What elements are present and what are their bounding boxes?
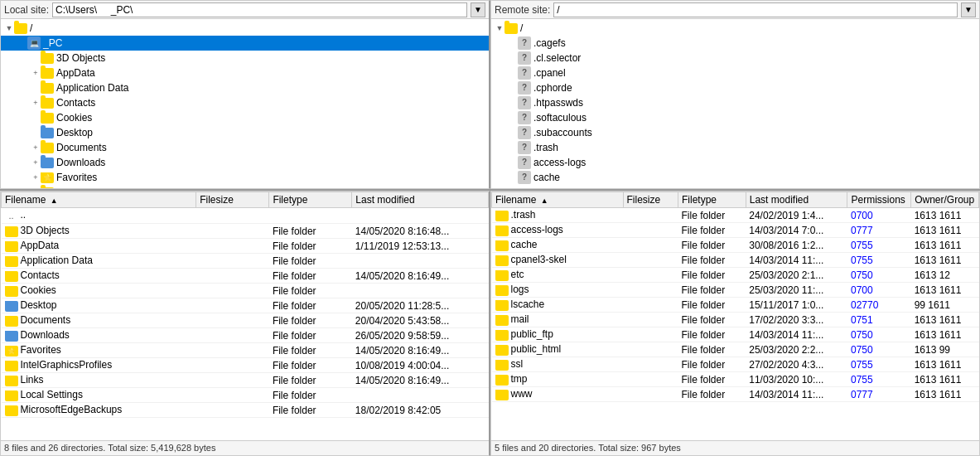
- col-header-owner[interactable]: Owner/Group: [911, 192, 979, 208]
- local-file-scroll[interactable]: Filename ▲ Filesize Filetype Last modifi…: [1, 192, 489, 440]
- table-row[interactable]: cache File folder 30/08/2016 1:2... 0755…: [492, 238, 979, 253]
- table-row[interactable]: etc File folder 25/03/2020 2:1... 0750 1…: [492, 268, 979, 283]
- file-size: [196, 343, 269, 358]
- remote-tree[interactable]: ▼ / ? .cagefs ? .cl.selector ? .: [491, 19, 979, 188]
- tree-item[interactable]: ? .cagefs: [491, 36, 979, 51]
- toggle-icon[interactable]: [31, 187, 41, 188]
- table-row[interactable]: lscache File folder 15/11/2017 1:0... 02…: [492, 298, 979, 313]
- remote-site-label: Remote site:: [495, 4, 550, 16]
- col-header-filetype[interactable]: Filetype: [678, 192, 746, 208]
- toggle-icon[interactable]: ▼: [495, 23, 504, 33]
- table-row[interactable]: Cookies File folder: [2, 284, 489, 298]
- toggle-icon[interactable]: [17, 38, 27, 48]
- toggle-icon[interactable]: +: [31, 172, 41, 182]
- table-row[interactable]: logs File folder 25/03/2020 11:... 0700 …: [492, 283, 979, 298]
- table-row[interactable]: Links File folder 14/05/2020 8:16:49...: [2, 373, 489, 388]
- table-row[interactable]: www File folder 14/03/2014 11:... 0777 1…: [492, 387, 979, 402]
- tree-item[interactable]: Cookies: [1, 110, 489, 125]
- table-row[interactable]: cpanel3-skel File folder 14/03/2014 11:.…: [492, 253, 979, 268]
- folder-icon: [41, 143, 54, 153]
- table-row[interactable]: AppData File folder 1/11/2019 12:53:13..…: [2, 239, 489, 254]
- file-type: File folder: [269, 328, 352, 343]
- tree-item[interactable]: ? cache: [491, 170, 979, 185]
- tree-item[interactable]: ? .cpanel: [491, 65, 979, 80]
- toggle-icon[interactable]: [508, 53, 518, 63]
- file-size: [623, 283, 678, 298]
- tree-item[interactable]: Application Data: [1, 80, 489, 95]
- file-type: File folder: [269, 298, 352, 313]
- toggle-icon[interactable]: [31, 53, 41, 63]
- tree-item[interactable]: ? .cphorde: [491, 80, 979, 95]
- local-tree[interactable]: ▼ / 💻 _PC 3D Objects + AppData: [1, 19, 489, 188]
- tree-item[interactable]: + Documents: [1, 140, 489, 155]
- table-row[interactable]: IntelGraphicsProfiles File folder 10/08/…: [2, 358, 489, 373]
- toggle-icon[interactable]: [31, 128, 41, 138]
- table-row[interactable]: Contacts File folder 14/05/2020 8:16:49.…: [2, 269, 489, 284]
- toggle-icon[interactable]: [508, 158, 518, 167]
- tree-item[interactable]: 3D Objects: [1, 51, 489, 65]
- col-header-permissions[interactable]: Permissions: [847, 192, 911, 208]
- local-path-dropdown[interactable]: ▼: [471, 2, 485, 17]
- remote-file-scroll[interactable]: Filename ▲ Filesize Filetype Last modifi…: [491, 192, 979, 440]
- tree-item[interactable]: IntelGraphicsProfiles: [1, 185, 489, 188]
- toggle-icon[interactable]: [31, 113, 41, 123]
- tree-item[interactable]: ▼ /: [1, 21, 489, 36]
- toggle-icon[interactable]: [508, 143, 518, 153]
- col-header-filesize[interactable]: Filesize: [623, 192, 678, 208]
- toggle-icon[interactable]: [508, 172, 518, 182]
- table-row[interactable]: ⭐Favorites File folder 14/05/2020 8:16:4…: [2, 343, 489, 358]
- toggle-icon[interactable]: +: [31, 158, 41, 167]
- table-row[interactable]: Local Settings File folder: [2, 388, 489, 403]
- toggle-icon[interactable]: ▼: [4, 23, 14, 33]
- tree-item[interactable]: ? .htpasswds: [491, 95, 979, 110]
- tree-item[interactable]: Desktop: [1, 125, 489, 140]
- table-row[interactable]: Documents File folder 20/04/2020 5:43:58…: [2, 313, 489, 328]
- tree-item[interactable]: ? .softaculous: [491, 110, 979, 125]
- tree-item[interactable]: ? access-logs: [491, 155, 979, 170]
- table-row[interactable]: access-logs File folder 14/03/2014 7:0..…: [492, 223, 979, 238]
- tree-item[interactable]: + Downloads: [1, 155, 489, 170]
- table-row[interactable]: 3D Objects File folder 14/05/2020 8:16:4…: [2, 224, 489, 239]
- tree-item[interactable]: ? .subaccounts: [491, 125, 979, 140]
- table-row[interactable]: Desktop File folder 20/05/2020 11:28:5..…: [2, 298, 489, 313]
- table-row[interactable]: mail File folder 17/02/2020 3:3... 0751 …: [492, 313, 979, 327]
- table-row[interactable]: ....: [2, 208, 489, 224]
- remote-path-input[interactable]: [553, 2, 958, 17]
- file-type: File folder: [678, 357, 746, 372]
- toggle-icon[interactable]: [508, 113, 518, 123]
- col-header-filename[interactable]: Filename ▲: [492, 192, 624, 208]
- tree-item[interactable]: + ⭐ Favorites: [1, 170, 489, 185]
- col-header-modified[interactable]: Last modified: [352, 192, 489, 208]
- local-path-input[interactable]: [52, 2, 467, 17]
- toggle-icon[interactable]: [31, 83, 41, 93]
- tree-item[interactable]: + Contacts: [1, 95, 489, 110]
- col-header-filesize[interactable]: Filesize: [196, 192, 269, 208]
- tree-item[interactable]: ? .cl.selector: [491, 51, 979, 65]
- table-row[interactable]: ssl File folder 27/02/2020 4:3... 0755 1…: [492, 357, 979, 372]
- toggle-icon[interactable]: [508, 83, 518, 93]
- table-row[interactable]: tmp File folder 11/03/2020 10:... 0755 1…: [492, 372, 979, 387]
- remote-path-dropdown[interactable]: ▼: [961, 2, 976, 17]
- table-row[interactable]: Downloads File folder 26/05/2020 9:58:59…: [2, 328, 489, 343]
- table-row[interactable]: public_ftp File folder 14/03/2014 11:...…: [492, 327, 979, 342]
- table-row[interactable]: Application Data File folder: [2, 254, 489, 269]
- toggle-icon[interactable]: +: [31, 68, 41, 78]
- col-header-filename[interactable]: Filename ▲: [2, 192, 196, 208]
- local-file-table: Filename ▲ Filesize Filetype Last modifi…: [1, 192, 489, 418]
- toggle-icon[interactable]: +: [31, 143, 41, 153]
- table-row[interactable]: public_html File folder 25/03/2020 2:2..…: [492, 342, 979, 357]
- table-row[interactable]: .trash File folder 24/02/2019 1:4... 070…: [492, 208, 979, 223]
- table-row[interactable]: MicrosoftEdgeBackups File folder 18/02/2…: [2, 403, 489, 418]
- toggle-icon[interactable]: [508, 128, 518, 138]
- tree-item[interactable]: + AppData: [1, 65, 489, 80]
- toggle-icon[interactable]: [508, 38, 518, 48]
- tree-item[interactable]: ▼ /: [491, 21, 979, 36]
- toggle-icon[interactable]: +: [31, 98, 41, 108]
- tree-item[interactable]: 💻 _PC: [1, 36, 489, 51]
- file-modified: 25/03/2020 2:2...: [746, 342, 847, 357]
- col-header-filetype[interactable]: Filetype: [269, 192, 352, 208]
- tree-item[interactable]: ? .trash: [491, 140, 979, 155]
- toggle-icon[interactable]: [508, 98, 518, 108]
- toggle-icon[interactable]: [508, 68, 518, 78]
- col-header-modified[interactable]: Last modified: [746, 192, 847, 208]
